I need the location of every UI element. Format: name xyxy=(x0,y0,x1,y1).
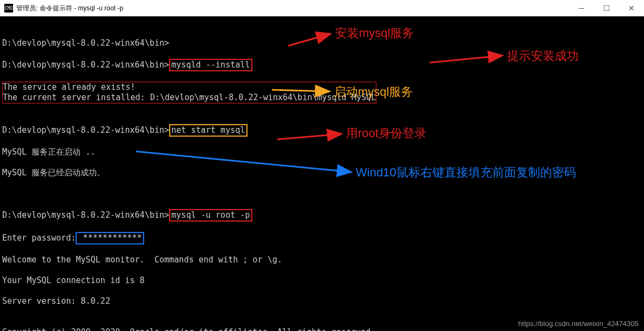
line: D:\devlop\mysql-8.0.22-winx64\bin> xyxy=(2,38,642,48)
line: D:\devlop\mysql-8.0.22-winx64\bin>mysqld… xyxy=(2,59,642,71)
line: Welcome to the MySQL monitor. Commands e… xyxy=(2,255,642,265)
line: Server version: 8.0.22 xyxy=(2,296,642,307)
close-button[interactable]: ✕ xyxy=(619,0,644,16)
cmd-icon: CMD xyxy=(4,4,13,13)
install-response-box: The service already exists! The current … xyxy=(2,82,376,103)
line: D:\devlop\mysql-8.0.22-winx64\bin>mysql … xyxy=(2,209,642,222)
password-mask-box: ************ xyxy=(76,232,144,244)
maximize-button[interactable]: ☐ xyxy=(594,0,619,16)
line: D:\devlop\mysql-8.0.22-winx64\bin>net st… xyxy=(2,124,642,137)
cmd-install-box: mysqld --install xyxy=(169,59,252,71)
line: Your MySQL connection id is 8 xyxy=(2,275,642,286)
line: MySQL 服务已经启动成功。 xyxy=(2,168,642,178)
window-titlebar: CMD 管理员: 命令提示符 - mysql -u root -p ─ ☐ ✕ xyxy=(0,0,644,16)
watermark: https://blog.csdn.net/weixin_42474305 xyxy=(518,320,639,328)
terminal-output[interactable]: D:\devlop\mysql-8.0.22-winx64\bin> D:\de… xyxy=(0,16,644,331)
line: The service already exists! The current … xyxy=(2,82,642,103)
window-title: 管理员: 命令提示符 - mysql -u root -p xyxy=(16,4,123,13)
line: Copyright (c) 2000, 2020, Oracle and/or … xyxy=(2,327,642,331)
cmd-login-box: mysql -u root -p xyxy=(169,209,252,222)
minimize-button[interactable]: ─ xyxy=(569,0,594,16)
line: MySQL 服务正在启动 .. xyxy=(2,147,642,157)
line: Enter password: ************ xyxy=(2,232,642,244)
cmd-netstart-box: net start mysql xyxy=(169,124,247,137)
